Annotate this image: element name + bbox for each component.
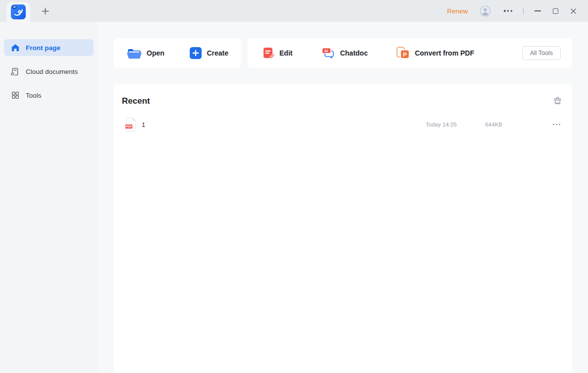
recent-title: Recent	[122, 96, 150, 106]
maximize-button[interactable]	[546, 3, 564, 18]
more-menu-button[interactable]	[503, 7, 513, 14]
pdf-type-badge: PDF	[126, 124, 132, 128]
convert-from-pdf-button[interactable]: P Convert from PDF	[396, 47, 474, 60]
sidebar: Front page Cloud documents	[0, 22, 98, 373]
app-window: AI Renew	[0, 0, 588, 373]
sidebar-item-cloud-documents[interactable]: Cloud documents	[4, 63, 94, 80]
edit-label: Edit	[279, 49, 292, 57]
home-icon	[10, 43, 20, 52]
renew-link[interactable]: Renew	[447, 7, 468, 15]
cloud-document-icon	[10, 67, 20, 76]
new-tab-button[interactable]	[38, 4, 52, 18]
app-tab[interactable]: AI	[6, 2, 30, 22]
convert-from-pdf-label: Convert from PDF	[415, 49, 474, 57]
minimize-button[interactable]	[529, 3, 546, 18]
account-avatar[interactable]	[480, 5, 491, 17]
recent-file-row[interactable]: PDF 1 Today 14:25 644KB	[122, 115, 563, 134]
recent-section: Recent	[114, 84, 572, 373]
plus-icon	[42, 7, 49, 15]
sidebar-item-label: Cloud documents	[26, 68, 78, 75]
tools-grid-icon	[10, 91, 20, 100]
open-create-card: Open Create	[114, 38, 241, 68]
file-size: 644KB	[457, 122, 502, 127]
file-modified-time: Today 14:25	[397, 122, 457, 127]
edit-button[interactable]: Edit	[263, 47, 292, 60]
folder-icon	[127, 48, 142, 59]
sidebar-item-front-page[interactable]: Front page	[4, 39, 94, 56]
edit-document-icon	[263, 47, 274, 60]
broom-icon	[553, 96, 562, 106]
chatdoc-label: Chatdoc	[340, 49, 368, 57]
titlebar-divider	[523, 8, 524, 14]
convert-pdf-icon: P	[396, 47, 410, 60]
plus-square-icon	[190, 47, 202, 59]
file-name: 1	[142, 121, 397, 128]
open-label: Open	[147, 49, 164, 57]
create-label: Create	[207, 49, 228, 57]
sidebar-item-label: Front page	[26, 44, 60, 52]
sidebar-item-tools[interactable]: Tools	[4, 87, 94, 104]
main-content: Open Create	[98, 22, 588, 373]
ai-chat-icon: AI	[321, 47, 335, 59]
close-icon	[570, 8, 577, 14]
chatdoc-button[interactable]: AI Chatdoc	[321, 47, 368, 59]
tools-card: Edit AI Chatdoc	[248, 38, 572, 68]
file-more-button[interactable]	[502, 124, 563, 125]
maximize-icon	[553, 8, 558, 14]
logo-ai-badge: AI	[13, 5, 16, 8]
titlebar: AI Renew	[0, 0, 588, 22]
open-button[interactable]: Open	[127, 48, 164, 59]
updf-logo-icon: AI	[11, 4, 26, 19]
convert-p-badge: P	[403, 52, 407, 58]
close-button[interactable]	[564, 3, 582, 18]
titlebar-right: Renew	[447, 3, 588, 18]
pdf-file-icon: PDF	[125, 117, 137, 132]
chatdoc-ai-badge: AI	[324, 49, 328, 53]
minimize-icon	[535, 10, 541, 11]
clear-recent-button[interactable]	[552, 95, 563, 107]
create-button[interactable]: Create	[190, 47, 228, 59]
sidebar-item-label: Tools	[26, 92, 42, 99]
all-tools-button[interactable]: All Tools	[522, 46, 561, 60]
